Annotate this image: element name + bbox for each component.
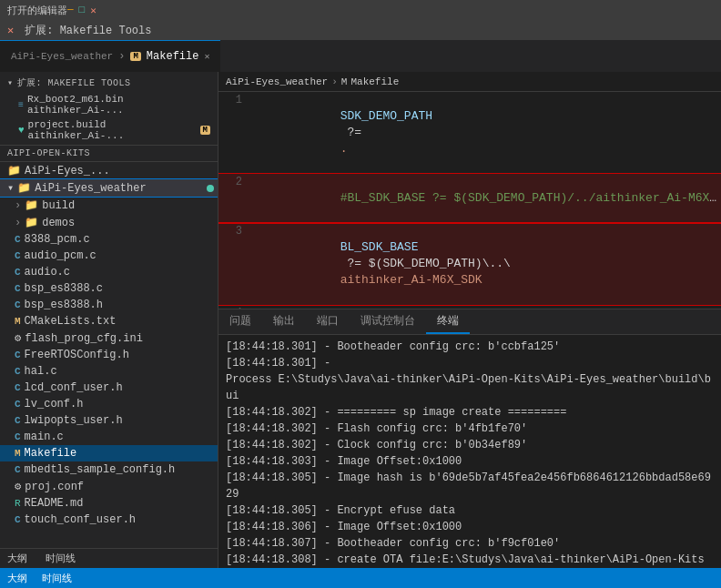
line-num-1: 1 xyxy=(218,92,251,108)
code-editor[interactable]: 1 SDK_DEMO_PATH ?= . 2 #BL_SDK_BASE ?= $… xyxy=(218,92,721,309)
tree-label-bsp-h: bsp_es8388.h xyxy=(25,299,103,311)
panel-tab-problems[interactable]: 问题 xyxy=(218,309,262,334)
tree-item-lwipopts[interactable]: C lwipopts_user.h xyxy=(0,412,218,429)
c-icon-bsp-h: C xyxy=(15,299,21,310)
tree-label-makefile: Makefile xyxy=(25,447,77,460)
panel-tab-output[interactable]: 输出 xyxy=(262,309,306,334)
explorer-header-label: AIPI-OPEN-KITS xyxy=(7,148,90,158)
sidebar-footer: 大纲 时间线 xyxy=(0,548,218,568)
line-num-3: 3 xyxy=(218,223,251,239)
tab-project: AiPi-Eyes_weather xyxy=(11,51,113,62)
term-line-9: [18:44:18.306] - Image Offset:0x1000 xyxy=(226,519,714,535)
c-icon-audio: C xyxy=(15,267,21,278)
tree-label-touch: touch_conf_user.h xyxy=(25,513,136,526)
c-icon-lwip: C xyxy=(15,415,21,426)
editor-item-project-label: project.build aithinker_Ai-... xyxy=(28,119,197,141)
tree-item-cmakelists[interactable]: M CMakeLists.txt xyxy=(0,313,218,329)
panel-tabs: 问题 输出 端口 调试控制台 终端 xyxy=(218,309,721,335)
tab-close-icon[interactable]: ✕ xyxy=(204,51,209,62)
tree-label-readme: README.md xyxy=(25,497,84,510)
term-line-3: [18:44:18.302] - ========= sp image crea… xyxy=(226,404,714,421)
code-line-2: 2 #BL_SDK_BASE ?= $(SDK_DEMO_PATH)/../ai… xyxy=(218,174,721,223)
m-icon-cmake: M xyxy=(15,316,21,327)
footer-timeline[interactable]: 时间线 xyxy=(46,553,76,564)
tree-item-hal[interactable]: C hal.c xyxy=(0,363,218,380)
open-editors-section: ▾ 扩展: Makefile Tools ≡ Rx_boot2_m61.bin … xyxy=(0,72,218,146)
tab-label: Makefile xyxy=(147,50,199,63)
panel-tab-debug-console[interactable]: 调试控制台 xyxy=(350,309,426,334)
explorer-header: AIPI-OPEN-KITS xyxy=(0,146,218,162)
readme-icon: R xyxy=(15,498,21,509)
editor-item-project[interactable]: ♥ project.build aithinker_Ai-... M xyxy=(0,117,218,143)
c-icon-bsp-c: C xyxy=(15,283,21,294)
close-icon-x[interactable]: ✕ xyxy=(7,24,14,37)
expand-label[interactable]: 扩展: Makefile Tools xyxy=(25,23,151,38)
panel-tab-terminal[interactable]: 终端 xyxy=(426,309,470,334)
tree-item-bsp-es8388h[interactable]: C bsp_es8388.h xyxy=(0,297,218,313)
c-icon-lcd: C xyxy=(15,382,21,393)
title-bar: 打开的编辑器 ─ □ ✕ xyxy=(0,0,721,20)
breadcrumb-project: AiPi-Eyes_weather xyxy=(226,76,328,87)
tree-label-main: main.c xyxy=(25,431,64,443)
editor-item-rx[interactable]: ≡ Rx_boot2_m61.bin aithinker_Ai-... xyxy=(0,92,218,117)
tree-item-makefile[interactable]: M Makefile xyxy=(0,445,218,461)
tree-item-main[interactable]: C main.c xyxy=(0,429,218,445)
line-content-3: BL_SDK_BASE ?= $(SDK_DEMO_PATH)\..\ aith… xyxy=(251,223,721,305)
tree-label-demos: demos xyxy=(42,217,75,229)
editor-area: AiPi-Eyes_weather › M Makefile 1 SDK_DEM… xyxy=(218,72,721,568)
tree-item-readme[interactable]: R README.md xyxy=(0,495,218,512)
tree-label-lwip: lwipopts_user.h xyxy=(25,414,123,427)
term-line-4: [18:44:18.302] - Flash config crc: b'4fb… xyxy=(226,421,714,437)
chevron-right-icon-demos: › xyxy=(15,217,21,229)
status-item-timeline[interactable]: 时间线 xyxy=(42,572,72,585)
chevron-down-icon-weather: ▾ xyxy=(7,181,14,195)
tree-label-bsp-c: bsp_es8388.c xyxy=(25,282,103,295)
term-line-8: [18:44:18.305] - Encrypt efuse data xyxy=(226,502,714,519)
status-bar: 大纲 时间线 xyxy=(0,568,721,588)
window-controls[interactable]: ─ □ ✕ xyxy=(67,5,96,16)
tree-item-audio[interactable]: C audio.c xyxy=(0,264,218,280)
tree-item-flash-prog[interactable]: ⚙ flash_prog_cfg.ini xyxy=(0,329,218,347)
line-num-2: 2 xyxy=(218,174,251,190)
tree-item-bsp-es8388c[interactable]: C bsp_es8388.c xyxy=(0,280,218,297)
term-line-1: [18:44:18.301] - xyxy=(226,355,714,371)
tree-item-aipi-eyes-prev[interactable]: 📁 AiPi-Eyes_... xyxy=(0,162,218,179)
editor-item-rx-label: Rx_boot2_m61.bin aithinker_Ai-... xyxy=(27,94,210,116)
term-line-7: [18:44:18.305] - Image hash is b'69de5b7… xyxy=(226,470,714,502)
maximize-icon[interactable]: □ xyxy=(79,5,86,16)
tree-item-freertos[interactable]: C FreeRTOSConfig.h xyxy=(0,347,218,363)
tree-item-aipi-eyes-weather[interactable]: ▾ 📁 AiPi-Eyes_weather xyxy=(0,179,218,197)
panel-tab-port[interactable]: 端口 xyxy=(306,309,350,334)
tree-item-touch-conf[interactable]: C touch_conf_user.h xyxy=(0,512,218,528)
dot-modified-weather xyxy=(207,185,214,192)
close-icon[interactable]: ✕ xyxy=(90,5,96,16)
tree-label-prev: AiPi-Eyes_... xyxy=(25,165,110,177)
tab-makefile[interactable]: AiPi-Eyes_weather › M Makefile ✕ xyxy=(0,40,220,72)
editor-item-project-badge: M xyxy=(200,126,210,135)
status-item-outline[interactable]: 大纲 xyxy=(7,572,27,585)
term-line-10: [18:44:18.307] - Bootheader config crc: … xyxy=(226,535,714,552)
tree-label-freertos: FreeRTOSConfig.h xyxy=(25,349,129,361)
main-layout: ▾ 扩展: Makefile Tools ≡ Rx_boot2_m61.bin … xyxy=(0,72,721,568)
breadcrumb-badge: M xyxy=(341,76,348,87)
tree-item-projconf[interactable]: ⚙ proj.conf xyxy=(0,478,218,495)
tree-item-audio-pcm[interactable]: C audio_pcm.c xyxy=(0,248,218,264)
tree-item-lv-conf[interactable]: C lv_conf.h xyxy=(0,396,218,412)
tab-badge-m: M xyxy=(130,52,140,61)
code-line-3: 3 BL_SDK_BASE ?= $(SDK_DEMO_PATH)\..\ ai… xyxy=(218,223,721,305)
breadcrumb-sep: › xyxy=(331,76,338,87)
footer-outline[interactable]: 大纲 xyxy=(7,553,27,564)
tree-item-mbedtls[interactable]: C mbedtls_sample_config.h xyxy=(0,461,218,478)
tree-item-demos[interactable]: › 📁 demos xyxy=(0,214,218,231)
tab-bar: AiPi-Eyes_weather › M Makefile ✕ xyxy=(0,40,721,72)
folder-icon-weather: 📁 xyxy=(17,181,31,195)
chevron-down-icon: ▾ xyxy=(7,77,14,88)
tree-item-lcd-conf[interactable]: C lcd_conf_user.h xyxy=(0,380,218,396)
folder-icon-build: 📁 xyxy=(25,198,38,212)
minimize-icon[interactable]: ─ xyxy=(67,5,74,16)
tree-item-build[interactable]: › 📁 build xyxy=(0,197,218,214)
terminal-content[interactable]: [18:44:18.301] - Bootheader config crc: … xyxy=(218,335,721,568)
tree-item-8388-pcm[interactable]: C 8388_pcm.c xyxy=(0,231,218,248)
sidebar: ▾ 扩展: Makefile Tools ≡ Rx_boot2_m61.bin … xyxy=(0,72,218,568)
tree-label-weather: AiPi-Eyes_weather xyxy=(35,182,146,195)
